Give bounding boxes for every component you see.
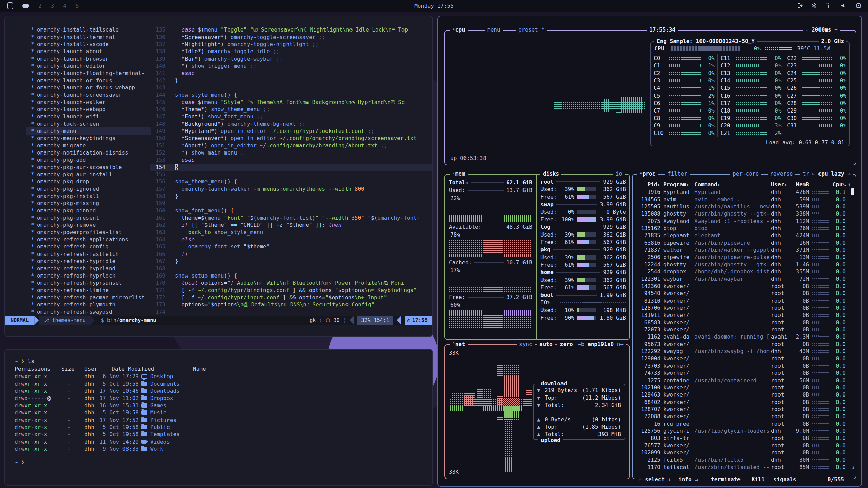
file-item[interactable]: *omarchy-menu — [26, 127, 151, 135]
interval-plus-button[interactable]: + — [834, 26, 838, 33]
menu-button[interactable]: menu — [485, 26, 503, 33]
code-pane[interactable]: 135 case $(menu "Toggle" "⎚ Screensaver\… — [150, 26, 432, 316]
prev-interface-button[interactable]: ←b — [578, 341, 584, 347]
process-row[interactable]: 129004kworker/root0B0.0 — [636, 355, 851, 362]
process-row[interactable]: 102100kworker/root0B0.0 — [636, 384, 851, 391]
file-item[interactable]: *omarchy-pkg-pinned — [26, 207, 151, 214]
file-item[interactable]: *omarchy-refresh-fastfetch — [26, 250, 151, 258]
process-row[interactable]: 68583kworker/root0B0.0 — [636, 319, 851, 326]
process-row[interactable]: 81310kworker/root0B0.0 — [636, 297, 851, 304]
workspace-button[interactable]: 4 — [63, 3, 66, 9]
process-row[interactable]: 74733kworker/root0B0.0 — [636, 369, 851, 377]
process-row[interactable]: 142360kworker/root0B0.0 — [636, 283, 851, 290]
net-box-title[interactable]: ³net — [450, 341, 468, 347]
sort-selector[interactable]: ← cpu lazy → — [809, 170, 853, 177]
file-item[interactable]: *omarchy-refresh-hyprland — [26, 265, 151, 272]
file-item[interactable]: *omarchy-launch-about — [26, 48, 151, 55]
process-row[interactable]: 1162avahi-daavahi-daemon: running [avahi… — [636, 333, 851, 340]
file-item[interactable]: *omarchy-pkg-aur-install — [26, 171, 151, 178]
info-button[interactable]: info ↵ — [676, 476, 701, 483]
file-item[interactable]: *omarchy-powerprofiles-list — [26, 229, 151, 236]
process-row[interactable]: 1170tailscal/usr/sbin/tailscaled --root8… — [636, 464, 851, 471]
process-row[interactable]: 122292swaybg/usr/bin/swaybg -i /homdhh43… — [636, 348, 851, 355]
sort-next-button[interactable]: → — [847, 170, 851, 177]
omarchy-logo-icon[interactable] — [7, 2, 13, 9]
zero-button[interactable]: zero — [557, 341, 575, 347]
file-item[interactable]: *omarchy-refresh-swayosd — [26, 308, 151, 315]
process-row[interactable]: 95673kworker/root0B0.0 — [636, 341, 851, 348]
process-row[interactable]: 72073kworker/root0B0.0 — [636, 326, 851, 333]
file-item[interactable]: *omarchy-refresh-hyprlock — [26, 272, 151, 279]
process-row[interactable]: 122301waybar/usr/bin/waybardhh72M0.0 — [636, 275, 851, 282]
file-item[interactable]: *omarchy-launch-wifi — [26, 113, 151, 120]
cpu-header[interactable]: Cpu% — [832, 181, 846, 188]
process-row[interactable]: 2506pipewire/usr/bin/pipewire-pulsedhh13… — [636, 253, 851, 261]
terminate-button[interactable]: terminate — [709, 476, 743, 483]
file-item[interactable]: *omarchy-pkg-add — [26, 156, 151, 163]
network-icon[interactable] — [825, 3, 831, 9]
process-row[interactable]: 94540kworker/root0B0.0 — [636, 290, 851, 297]
file-item[interactable]: *omarchy-pkg-remove — [26, 221, 151, 228]
file-item[interactable]: *omarchy-launch-browser — [26, 55, 151, 62]
battery-icon[interactable] — [856, 3, 861, 9]
scroll-down-icon[interactable]: ↓ — [852, 464, 855, 471]
file-item[interactable]: *omarchy-launch-screensaver — [26, 91, 151, 98]
process-row[interactable]: 12244ghostty/usr/bin/ghostty --gtk-dhh1.… — [636, 261, 851, 268]
process-row[interactable]: 2544dropbox/home/dhh/.dropbox-distdhh355… — [636, 268, 851, 275]
process-row[interactable]: 68402kworker/root0B0.0 — [636, 398, 851, 405]
user-header[interactable]: User: — [771, 181, 791, 188]
process-row[interactable]: 71835elephantelephantdhh424M0.0 — [636, 232, 851, 239]
workspace-button[interactable]: 3 — [51, 3, 54, 9]
file-item[interactable]: *omarchy-lock-screen — [26, 120, 151, 127]
process-row[interactable]: 71837walker/usr/bin/walker --gappldhh371… — [636, 246, 851, 253]
bluetooth-icon[interactable] — [812, 3, 816, 9]
sort-prev-button[interactable]: ← — [811, 170, 815, 177]
process-row[interactable]: 1275containe/usr/bin/containerdroot56M0.… — [636, 377, 851, 384]
process-row[interactable]: 2125fcitx5/usr/bin/fcitx5dhh30M0.0 — [636, 456, 851, 463]
file-item[interactable]: *omarchy-refresh-config — [26, 243, 151, 250]
per-core-button[interactable]: per-core — [730, 170, 761, 177]
process-row[interactable]: 2075XwaylandXwayland :1 -rootless -dhh11… — [636, 217, 851, 224]
file-item[interactable]: *omarchy-pkg-missing — [26, 200, 151, 207]
process-row[interactable]: 73703kworker/root0B0.0 — [636, 362, 851, 369]
kill-button[interactable]: Kill — [749, 476, 767, 483]
file-item[interactable]: *omarchy-refresh-applications — [26, 236, 151, 243]
shell-prompt-empty[interactable]: ~ ❯ — [15, 459, 31, 465]
cpu-box-title[interactable]: ¹cpu — [450, 26, 468, 33]
file-item[interactable]: *omarchy-pkg-present — [26, 214, 151, 221]
next-interface-button[interactable]: n→ — [617, 341, 624, 347]
mem-header[interactable]: MemB — [791, 181, 809, 188]
file-item[interactable]: *omarchy-install-vscode — [26, 41, 151, 48]
process-row[interactable]: 135162btopbtopdhh26M0.0 — [636, 225, 851, 232]
pid-header[interactable]: Pid: — [636, 181, 660, 188]
process-row[interactable]: 63816pipewire/usr/bin/pipewiredhh16M0.0 — [636, 239, 851, 246]
file-item[interactable]: *omarchy-refresh-plymouth — [26, 301, 151, 308]
filter-button[interactable]: filter — [665, 170, 690, 177]
file-item[interactable]: *omarchy-refresh-hypridle — [26, 258, 151, 265]
file-item[interactable]: *omarchy-launch-or-focus-webapp — [26, 84, 151, 91]
command-header[interactable]: Command: — [694, 181, 771, 188]
sort-direction-icon[interactable]: ↑ — [846, 181, 851, 188]
process-row[interactable]: 135088ghostty/usr/bin/ghostty --gtk-dhh3… — [636, 210, 851, 217]
proc-box-title[interactable]: ⁴proc — [637, 170, 658, 177]
program-header[interactable]: Program: — [663, 181, 694, 188]
process-row[interactable]: 16rcu_preeroot0B0.0 — [636, 420, 851, 427]
workspace-button[interactable]: 5 — [76, 3, 79, 9]
proc-scrollbar[interactable] — [851, 188, 854, 195]
file-item[interactable]: *omarchy-launch-editor — [26, 62, 151, 69]
file-item[interactable]: *omarchy-launch-floating-terminal- — [26, 69, 151, 77]
volume-icon[interactable] — [841, 3, 847, 9]
workspace-active[interactable] — [22, 4, 29, 8]
file-item[interactable]: *omarchy-pkg-ignored — [26, 185, 151, 192]
file-item[interactable]: *omarchy-launch-or-focus — [26, 77, 151, 84]
signals-button[interactable]: signals — [771, 476, 798, 483]
process-row[interactable]: 134565nvimnvim --embed .dhh59M0.0 — [636, 196, 851, 203]
sync-button[interactable]: sync — [517, 341, 535, 347]
file-item[interactable]: *omarchy-pkg-drop — [26, 178, 151, 185]
process-row[interactable]: 72088kworker/root0B0.0 — [636, 413, 851, 420]
process-row[interactable]: 125505nautilus/usr/bin/nautilus --newdhh… — [636, 203, 851, 210]
file-item[interactable]: *omarchy-refresh-hyprsunset — [26, 279, 151, 286]
process-row[interactable]: 1916HyprlandHyprlanddhh426M0.1 — [636, 188, 851, 196]
file-item[interactable]: *omarchy-launch-webapp — [26, 106, 151, 113]
select-controls[interactable]: ↑ select ↓ — [636, 476, 673, 483]
